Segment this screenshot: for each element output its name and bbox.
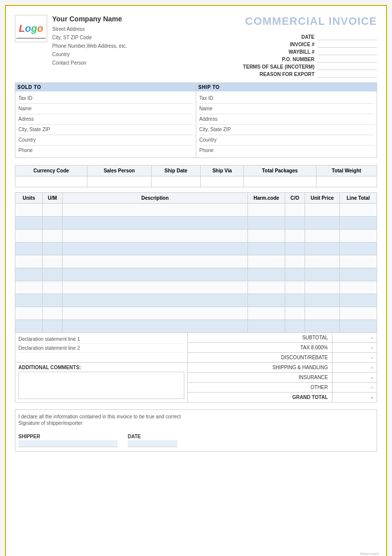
item-cell[interactable] (63, 204, 248, 217)
watermark: Watermark (360, 552, 379, 556)
shipping-via[interactable] (201, 176, 244, 187)
item-cell[interactable] (248, 255, 285, 268)
item-cell[interactable] (285, 255, 305, 268)
item-cell[interactable] (340, 255, 377, 268)
item-cell[interactable] (305, 281, 340, 294)
subtotal-label: SUBTOTAL (188, 333, 332, 342)
item-cell[interactable] (15, 281, 43, 294)
shipping-currency[interactable] (15, 176, 87, 187)
date-value[interactable] (317, 34, 377, 40)
po-field-row: P.O. NUMBER (282, 56, 377, 63)
item-cell[interactable] (248, 307, 285, 320)
shipping-packages[interactable] (243, 176, 316, 187)
item-cell[interactable] (305, 307, 340, 320)
item-cell[interactable] (285, 242, 305, 255)
item-cell[interactable] (63, 242, 248, 255)
company-info: Your Company Name Street Address City, S… (52, 15, 127, 67)
item-cell[interactable] (305, 294, 340, 307)
item-cell[interactable] (15, 255, 43, 268)
item-cell[interactable] (248, 217, 285, 230)
item-cell[interactable] (63, 217, 248, 230)
item-cell[interactable] (15, 268, 43, 281)
item-cell[interactable] (43, 307, 63, 320)
item-cell[interactable] (248, 230, 285, 242)
item-cell[interactable] (340, 281, 377, 294)
item-cell[interactable] (63, 255, 248, 268)
item-cell[interactable] (43, 281, 63, 294)
item-cell[interactable] (305, 217, 340, 230)
shipper-line[interactable] (18, 440, 118, 447)
item-cell[interactable] (285, 320, 305, 333)
shipping-value: - (332, 363, 377, 372)
item-cell[interactable] (43, 268, 63, 281)
insurance-row: INSURANCE - (188, 373, 377, 383)
sold-to-address: Adress (18, 114, 193, 125)
invoice-value[interactable] (317, 41, 377, 48)
comments-input[interactable] (18, 372, 184, 399)
item-cell[interactable] (305, 230, 340, 242)
waybill-value[interactable] (317, 49, 377, 55)
item-cell[interactable] (248, 204, 285, 217)
header-left: Logo Your Company Name Street Address Ci… (15, 15, 127, 67)
sold-to-block: SOLD TO Tax ID Name Adress City, State Z… (15, 83, 196, 158)
item-cell[interactable] (63, 294, 248, 307)
item-cell[interactable] (63, 230, 248, 242)
item-cell[interactable] (248, 294, 285, 307)
item-cell[interactable] (340, 294, 377, 307)
po-value[interactable] (317, 56, 377, 63)
item-cell[interactable] (63, 320, 248, 333)
item-cell[interactable] (340, 307, 377, 320)
sold-to-name: Name (18, 104, 193, 114)
reason-value[interactable] (317, 71, 377, 78)
item-cell[interactable] (285, 268, 305, 281)
shipping-date[interactable] (152, 176, 201, 187)
item-cell[interactable] (63, 268, 248, 281)
item-cell[interactable] (43, 217, 63, 230)
item-cell[interactable] (15, 242, 43, 255)
item-cell[interactable] (43, 255, 63, 268)
item-cell[interactable] (63, 307, 248, 320)
item-cell[interactable] (43, 320, 63, 333)
item-cell[interactable] (15, 230, 43, 242)
terms-value[interactable] (317, 64, 377, 70)
item-cell[interactable] (15, 217, 43, 230)
item-cell[interactable] (248, 242, 285, 255)
item-cell[interactable] (15, 204, 43, 217)
item-cell[interactable] (340, 230, 377, 242)
shipping-salesperson[interactable] (87, 176, 152, 187)
item-cell[interactable] (43, 204, 63, 217)
item-cell[interactable] (305, 320, 340, 333)
item-cell[interactable] (285, 217, 305, 230)
item-cell[interactable] (340, 204, 377, 217)
item-cell[interactable] (43, 242, 63, 255)
item-cell[interactable] (340, 242, 377, 255)
item-cell[interactable] (305, 268, 340, 281)
item-cell[interactable] (285, 307, 305, 320)
item-cell[interactable] (305, 255, 340, 268)
address-line5: Contact Person (52, 59, 127, 67)
item-cell[interactable] (285, 294, 305, 307)
waybill-field-row: WAYBILL # (289, 49, 377, 55)
item-cell[interactable] (340, 320, 377, 333)
item-cell[interactable] (248, 281, 285, 294)
item-cell[interactable] (285, 230, 305, 242)
item-cell[interactable] (43, 230, 63, 242)
item-cell[interactable] (43, 294, 63, 307)
item-cell[interactable] (285, 204, 305, 217)
item-cell[interactable] (305, 242, 340, 255)
comments-label: ADDITIONAL COMMENTS: (18, 365, 184, 370)
grand-total-label: GRAND TOTAL (188, 393, 332, 402)
item-cell[interactable] (340, 268, 377, 281)
item-cell[interactable] (63, 281, 248, 294)
item-cell[interactable] (248, 268, 285, 281)
shipping-weight[interactable] (316, 176, 377, 187)
item-cell[interactable] (285, 281, 305, 294)
subtotal-value: - (332, 333, 377, 342)
item-cell[interactable] (15, 307, 43, 320)
item-cell[interactable] (248, 320, 285, 333)
date-sig-line[interactable] (128, 440, 177, 447)
item-cell[interactable] (305, 204, 340, 217)
item-cell[interactable] (15, 320, 43, 333)
item-cell[interactable] (340, 217, 377, 230)
item-cell[interactable] (15, 294, 43, 307)
